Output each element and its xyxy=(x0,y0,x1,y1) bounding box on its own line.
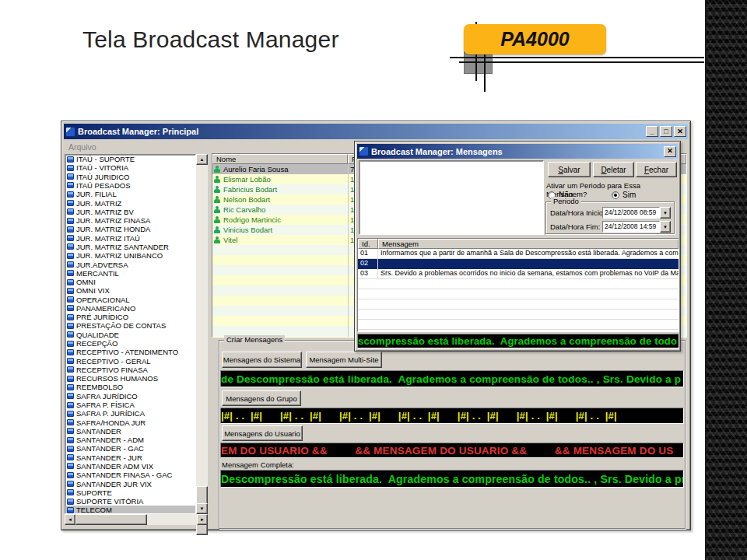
group-label: SUPORTE VITÓRIA xyxy=(76,497,143,506)
group-list-item[interactable]: RECEPTIVO - GERAL xyxy=(65,356,195,365)
group-list-item[interactable]: ITAÚ PESADOS xyxy=(65,181,195,190)
message-row[interactable]: 03 Srs. Devido a problemas ocorridos no … xyxy=(358,269,679,279)
column-header-id[interactable]: Id. xyxy=(358,239,378,249)
group-list-item[interactable]: REEMBOLSO xyxy=(65,383,195,391)
workgroup-icon xyxy=(67,393,74,399)
message-text-area[interactable] xyxy=(359,160,544,235)
group-list-item[interactable]: JUR. MATRIZ FINASA xyxy=(65,216,195,225)
group-list-item[interactable]: SAFRA JURÍDICO xyxy=(65,392,195,401)
person-icon xyxy=(214,176,220,183)
minimize-button[interactable]: _ xyxy=(646,126,658,137)
group-list-item[interactable]: ITAÚ - SUPORTE xyxy=(65,155,195,163)
group-list-item[interactable]: SANTANDER FINASA - GAC xyxy=(65,471,195,479)
combo-arrow-icon[interactable]: ▼ xyxy=(660,221,671,233)
message-row[interactable]: 01 Informamos que a partir de amanhã a S… xyxy=(358,249,679,259)
radio-sim-circle[interactable] xyxy=(612,191,619,199)
group-list-item[interactable]: JUR. MATRIZ ITAÚ xyxy=(65,234,195,243)
group-list-item[interactable]: SAFRA P. FÍSICA xyxy=(65,401,195,409)
decor-hline xyxy=(459,61,704,63)
hscroll-thumb[interactable] xyxy=(75,514,147,525)
mensagem-multi-site-button[interactable]: Mensagem Multi-Site xyxy=(306,352,382,368)
inicio-combo[interactable]: 24/12/2008 08:59 ▼ xyxy=(602,207,671,219)
group-list-item[interactable]: JUR. MATRIZ xyxy=(65,198,195,207)
group-list-item[interactable]: JUR.ADVERSA xyxy=(65,260,195,268)
group-list-item[interactable]: JUR. MATRIZ UNIBANCO xyxy=(65,251,195,260)
group-list-item[interactable]: RECURSOS HUMANOS xyxy=(65,374,195,383)
group-list-vscrollbar[interactable]: ▲ ▼ xyxy=(196,154,208,514)
group-list-item[interactable]: OPERACIONAL xyxy=(65,296,195,304)
group-list-item[interactable]: PRÉ JURÍDICO xyxy=(65,313,195,321)
scroll-down-button[interactable]: ▼ xyxy=(196,503,208,514)
messages-table-header: Id. Mensagem xyxy=(358,239,679,249)
maximize-button[interactable]: □ xyxy=(660,126,672,137)
decor-hline xyxy=(450,57,704,58)
group-list-item[interactable]: RECEPTIVO - ATENDIMENTO xyxy=(65,348,195,356)
group-list-item[interactable]: JUR. MATRIZ SANTANDER xyxy=(65,243,195,251)
group-list-item[interactable]: SUPORTE xyxy=(65,488,195,497)
workgroup-icon xyxy=(67,454,74,460)
group-list-item[interactable]: OMNI xyxy=(65,278,195,286)
column-header-nome[interactable]: Nome xyxy=(212,154,348,164)
group-list-item[interactable]: RECEPÇÃO xyxy=(65,339,195,348)
salvar-button[interactable]: Salvar xyxy=(548,162,591,177)
group-list-item[interactable]: SANTANDER - GAC xyxy=(65,444,195,453)
column-header-mensagem[interactable]: Mensagem xyxy=(378,239,679,249)
group-list[interactable]: ITAÚ - SUPORTE ITAÚ - VITORIA ITAÚ JURID… xyxy=(65,154,196,514)
fim-value[interactable]: 24/12/2008 14:59 xyxy=(602,221,660,233)
inicio-label: Data/Hora Inicio: xyxy=(550,208,605,217)
group-list-item[interactable]: MERCANTIL xyxy=(65,269,195,278)
workgroup-icon xyxy=(67,499,74,505)
group-list-item[interactable]: SANTANDER ADM VIX xyxy=(65,462,195,471)
group-label: QUALIDADE xyxy=(76,331,119,339)
group-list-item[interactable]: PANAMERICANO xyxy=(65,304,195,313)
group-list-item[interactable]: TELECOM xyxy=(65,506,195,514)
group-list-item[interactable]: PRESTAÇÃO DE CONTAS xyxy=(65,321,195,330)
scroll-up-button[interactable]: ▲ xyxy=(196,154,208,165)
group-list-hscrollbar[interactable]: ◄ ► xyxy=(65,514,208,525)
group-label: OMNI xyxy=(76,278,96,286)
user-name: Rodrigo Martincic xyxy=(223,215,281,224)
messages-rows: 01 Informamos que a partir de amanhã a S… xyxy=(358,249,679,331)
message-id: 01 xyxy=(358,249,378,259)
group-list-item[interactable]: JUR. MATRIZ BV xyxy=(65,208,195,216)
group-label: RECEPTIVO - ATENDIMENTO xyxy=(76,348,178,356)
mensagens-do-sistema-button[interactable]: Mensagens do Sistema xyxy=(222,352,302,368)
group-list-item[interactable]: JUR. MATRIZ HONDA xyxy=(65,225,195,233)
group-label: RECEPTIVO - GERAL xyxy=(76,357,151,366)
deletar-button[interactable]: Deletar xyxy=(593,162,634,177)
group-label: PRESTAÇÃO DE CONTAS xyxy=(76,321,166,330)
scroll-right-button[interactable]: ► xyxy=(197,514,208,525)
group-list-item[interactable]: QUALIDADE xyxy=(65,331,195,339)
mensagens-do-grupo-button[interactable]: Mensagens do Grupo xyxy=(222,390,301,406)
group-list-item[interactable]: ITAÚ - VITORIA xyxy=(65,163,195,172)
workgroup-icon xyxy=(67,376,74,382)
group-list-item[interactable]: SANTANDER xyxy=(65,427,195,436)
menu-arquivo[interactable]: Arquivo xyxy=(64,142,101,152)
mensagens-window-title: Broadcast Manager: Mensagens xyxy=(371,147,661,156)
radio-sim[interactable]: Sim xyxy=(612,191,636,199)
group-list-item[interactable]: RECEPTIVO FINASA xyxy=(65,366,195,374)
group-list-item[interactable]: SUPORTE VITÓRIA xyxy=(65,497,195,506)
group-list-item[interactable]: SANTANDER - JUR xyxy=(65,453,195,462)
group-label: OPERACIONAL xyxy=(76,296,130,304)
workgroup-icon xyxy=(67,384,74,390)
group-list-item[interactable]: SAFRA P. JURÍDICA xyxy=(65,409,195,418)
scroll-left-button[interactable]: ◄ xyxy=(65,514,75,525)
group-list-item[interactable]: SANTANDER - ADM xyxy=(65,436,195,444)
group-list-item[interactable]: SANTANDER JUR VIX xyxy=(65,479,195,488)
group-label: JUR. MATRIZ UNIBANCO xyxy=(76,251,163,260)
close-button[interactable]: ✕ xyxy=(674,126,686,137)
fim-combo[interactable]: 24/12/2008 14:59 ▼ xyxy=(602,221,671,233)
group-label: REEMBOLSO xyxy=(76,383,123,391)
group-list-item[interactable]: ITAÚ JURIDICO xyxy=(65,173,195,181)
message-row[interactable]: 02 xyxy=(358,259,679,269)
group-list-item[interactable]: SAFRA/HONDA JUR xyxy=(65,418,195,426)
close-button[interactable]: ✕ xyxy=(664,146,676,157)
mensagens-do-usuario-button[interactable]: Mensagens do Usuario xyxy=(222,425,303,441)
message-text xyxy=(378,259,679,269)
fechar-button[interactable]: Fechar xyxy=(636,162,677,177)
combo-arrow-icon[interactable]: ▼ xyxy=(660,207,671,219)
group-list-item[interactable]: JUR. FILIAL xyxy=(65,190,195,198)
group-list-item[interactable]: OMNI VIX xyxy=(65,286,195,295)
inicio-value[interactable]: 24/12/2008 08:59 xyxy=(602,207,660,219)
